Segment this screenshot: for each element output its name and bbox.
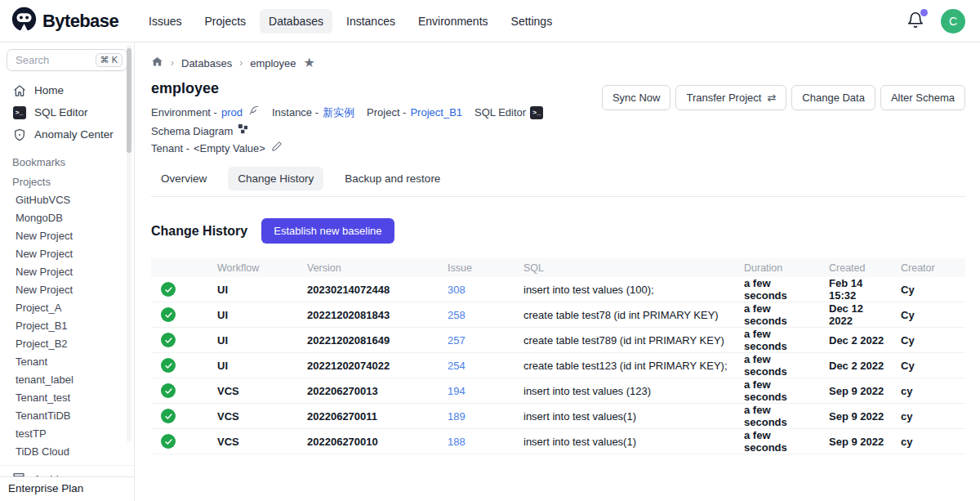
breadcrumb: › Databases › employee ★ <box>151 52 965 74</box>
column-header: Creator <box>894 258 965 277</box>
issue-link[interactable]: 257 <box>448 334 466 347</box>
sidebar-scrollbar-thumb[interactable] <box>127 48 131 153</box>
tab[interactable]: Change History <box>228 167 323 190</box>
schema-diagram-shortcut[interactable]: Schema Diagram <box>151 123 249 140</box>
issue-link[interactable]: 254 <box>448 360 466 372</box>
created-cell: Feb 14 15:32 <box>822 277 894 302</box>
success-check-icon <box>161 358 176 373</box>
created-cell: Dec 2 2022 <box>822 353 894 378</box>
alter-schema-button[interactable]: Alter Schema <box>880 85 965 110</box>
notification-dot <box>920 9 928 16</box>
change-data-button[interactable]: Change Data <box>791 85 875 110</box>
table-row[interactable]: UI 20230214072448 308 insert into test v… <box>151 277 965 302</box>
nav-item[interactable]: Issues <box>140 9 190 34</box>
workflow-cell: UI <box>211 328 301 353</box>
database-meta: Environment - prod Instance - 新实例 Projec… <box>151 104 602 157</box>
tab[interactable]: Backup and restore <box>335 167 450 190</box>
duration-cell: a few seconds <box>737 429 822 454</box>
breadcrumb-home-icon[interactable] <box>151 56 163 70</box>
success-check-icon <box>161 282 176 297</box>
workflow-cell: VCS <box>211 429 301 454</box>
table-row[interactable]: UI 20221202081649 257 create table test7… <box>151 328 965 353</box>
issue-link[interactable]: 189 <box>448 410 466 423</box>
nav-item[interactable]: Databases <box>260 9 332 34</box>
tab[interactable]: Overview <box>151 167 216 190</box>
keyboard-shortcut-badge: ⌘ K <box>96 53 122 67</box>
workflow-cell: VCS <box>211 404 301 429</box>
version-cell: 20221202081843 <box>301 302 441 328</box>
nav-item[interactable]: Settings <box>502 9 562 34</box>
nav-item[interactable]: Projects <box>196 9 256 34</box>
sql-cell: create table test789 (id int PRIMARY KEY… <box>517 328 737 353</box>
bookmark-star-icon[interactable]: ★ <box>304 56 315 69</box>
instance-label: Instance - <box>272 104 318 121</box>
issue-link[interactable]: 308 <box>448 284 466 296</box>
issue-link[interactable]: 258 <box>448 309 466 321</box>
bell-icon <box>906 18 924 32</box>
sidebar-project-item[interactable]: testTP <box>0 424 134 442</box>
bytebase-logo[interactable]: Bytebase <box>11 7 118 35</box>
breadcrumb-employee[interactable]: employee <box>250 57 296 69</box>
sidebar: Search ⌘ K Home >_ SQL Editor Anomaly Ce… <box>0 42 135 501</box>
table-row[interactable]: UI 20221202074022 254 create table test1… <box>151 353 965 378</box>
column-header: Created <box>822 258 894 277</box>
breadcrumb-separator: › <box>239 57 243 69</box>
nav-item[interactable]: Environments <box>409 9 497 34</box>
sidebar-item-label: Home <box>34 84 64 96</box>
page-title: employee <box>151 80 602 97</box>
table-row[interactable]: VCS 202206270013 194 insert into test va… <box>151 378 965 404</box>
instance-link[interactable]: 新实例 <box>323 104 354 121</box>
success-check-icon <box>161 409 176 423</box>
creator-cell: Cy <box>894 277 965 302</box>
sidebar-project-item[interactable]: Project_B2 <box>0 334 134 352</box>
created-cell: Sep 9 2022 <box>822 378 894 404</box>
sidebar-project-item[interactable]: New Project <box>0 226 134 244</box>
sidebar-project-item[interactable]: GitHubVCS <box>0 190 134 208</box>
sql-cell: insert into test values(1) <box>517 429 737 454</box>
table-row[interactable]: UI 20221202081843 258 create table test7… <box>151 302 965 328</box>
sidebar-project-item[interactable]: tenant_label <box>0 370 134 388</box>
sidebar-project-item[interactable]: New Project <box>0 262 134 280</box>
environment-link[interactable]: prod <box>221 104 243 121</box>
duration-cell: a few seconds <box>737 353 822 378</box>
sidebar-project-item[interactable]: TenantTiDB <box>0 406 134 424</box>
sidebar-project-item[interactable]: TiDB Cloud <box>0 442 134 460</box>
column-header: Duration <box>737 258 822 277</box>
version-cell: 202206270010 <box>301 429 441 454</box>
issue-link[interactable]: 194 <box>448 385 466 397</box>
sync-now-button[interactable]: Sync Now <box>602 85 671 110</box>
projects-section-label: Projects <box>0 176 134 188</box>
sidebar-project-item[interactable]: New Project <box>0 280 134 298</box>
sql-editor-icon: >_ <box>530 106 543 119</box>
search-input[interactable]: Search ⌘ K <box>7 49 127 71</box>
sidebar-item-sql-editor[interactable]: >_ SQL Editor <box>0 101 134 123</box>
breadcrumb-databases[interactable]: Databases <box>181 57 232 69</box>
sidebar-item-home[interactable]: Home <box>0 79 134 101</box>
sql-editor-shortcut[interactable]: SQL Editor >_ <box>474 104 543 121</box>
sidebar-project-item[interactable]: Tenant_test <box>0 388 134 406</box>
shield-icon <box>12 127 26 141</box>
sidebar-project-item[interactable]: New Project <box>0 244 134 262</box>
edit-pencil-icon[interactable] <box>271 140 283 157</box>
brand-name: Bytebase <box>42 11 118 32</box>
nav-item[interactable]: Instances <box>337 9 404 34</box>
issue-link[interactable]: 188 <box>448 436 466 448</box>
sidebar-project-item[interactable]: MongoDB <box>0 208 134 226</box>
sidebar-item-anomaly-center[interactable]: Anomaly Center <box>0 123 134 145</box>
sidebar-item-label: SQL Editor <box>34 106 88 119</box>
table-row[interactable]: VCS 202206270010 188 insert into test va… <box>151 429 965 454</box>
bytebase-logo-icon <box>11 7 37 35</box>
duration-cell: a few seconds <box>737 328 822 353</box>
transfer-project-button[interactable]: Transfer Project ⇄ <box>675 85 786 110</box>
sidebar-project-item[interactable]: Project_B1 <box>0 316 134 334</box>
sidebar-nav: Home >_ SQL Editor Anomaly Center <box>0 79 134 145</box>
table-row[interactable]: VCS 202206270011 189 insert into test va… <box>151 404 965 429</box>
sidebar-project-item[interactable]: Tenant <box>0 352 134 370</box>
user-avatar[interactable]: C <box>941 9 965 34</box>
sidebar-project-item[interactable]: Project_A <box>0 298 134 316</box>
notifications-button[interactable] <box>906 11 926 31</box>
sql-cell: insert into test values (100); <box>517 277 737 302</box>
success-check-icon <box>161 434 176 449</box>
project-link[interactable]: Project_B1 <box>410 104 462 121</box>
establish-baseline-button[interactable]: Establish new baseline <box>261 218 394 244</box>
